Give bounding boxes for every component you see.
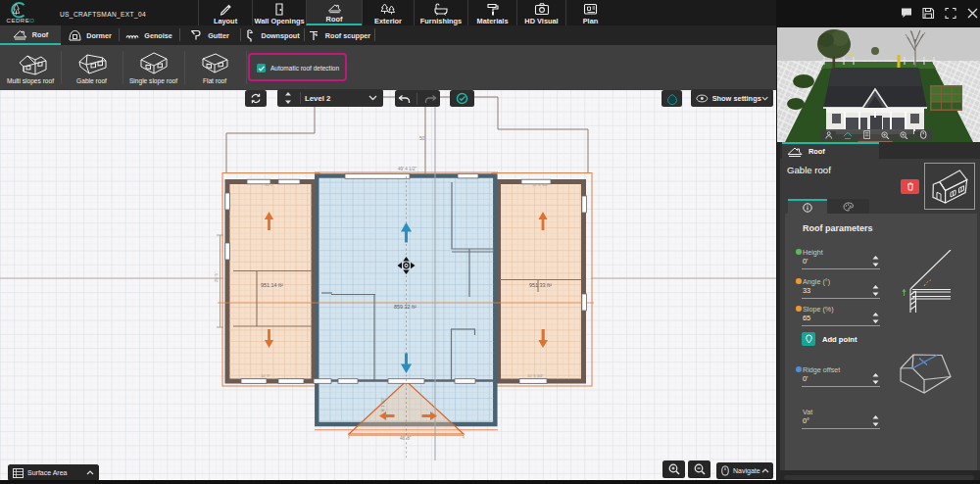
svg-text:951.33 ft²: 951.33 ft² [529,282,552,288]
svg-text:46' 8": 46' 8" [400,436,412,441]
svg-text:8' 1 1/2": 8' 1 1/2" [380,396,385,411]
svg-text:12' 4 3/4": 12' 4 3/4" [532,182,549,187]
svg-text:49' 4 1/2": 49' 4 1/2" [398,167,416,171]
svg-text:859.32 ft²: 859.32 ft² [394,304,416,310]
svg-text:10' 9 3/4": 10' 9 3/4" [527,373,544,378]
svg-text:10' 2": 10' 2" [265,182,275,187]
svg-text:50': 50' [419,136,425,141]
svg-text:CEDREO: CEDREO [7,18,35,24]
svg-text:10' 9": 10' 9" [261,373,271,378]
svg-text:25' 5": 25' 5" [214,271,219,282]
svg-text:951.14 ft²: 951.14 ft² [261,282,283,288]
